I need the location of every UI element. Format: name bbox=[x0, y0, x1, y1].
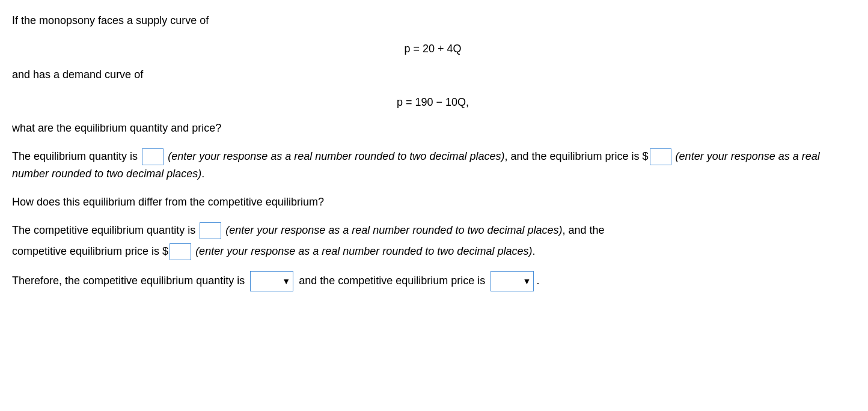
intro-line1: If the monopsony faces a supply curve of bbox=[12, 14, 209, 26]
therefore-prefix: Therefore, the competitive equilibrium q… bbox=[12, 275, 245, 287]
competitive-q-line: The competitive equilibrium quantity is … bbox=[12, 222, 854, 239]
monopsony-q-line: The equilibrium quantity is (enter your … bbox=[12, 148, 854, 183]
comp-q-suffix: , and the bbox=[562, 224, 604, 236]
comp-q-italic: (enter your response as a real number ro… bbox=[225, 224, 562, 236]
equation2-text: p = 190 − 10Q, bbox=[397, 96, 469, 108]
mono-p-prefix: price is $ bbox=[605, 150, 649, 162]
chevron-down-icon: ▼ bbox=[282, 275, 290, 288]
therefore-mid: and the competitive equilibrium price is bbox=[299, 275, 485, 287]
competitive-p-line: competitive equilibrium price is $ (ente… bbox=[12, 243, 854, 260]
competitive-question-section: How does this equilibrium differ from th… bbox=[12, 193, 854, 211]
mono-q-italic: (enter your response as a real number ro… bbox=[168, 150, 504, 162]
mono-p-input[interactable] bbox=[650, 148, 671, 165]
therefore-price-dropdown[interactable]: ▼ bbox=[491, 271, 534, 291]
intro-line3: what are the equilibrium quantity and pr… bbox=[12, 122, 221, 134]
main-content: If the monopsony faces a supply curve of… bbox=[12, 12, 854, 291]
equation2-block: p = 190 − 10Q, bbox=[12, 94, 854, 111]
comp-p-prefix: competitive equilibrium price is $ bbox=[12, 245, 168, 257]
intro-question-block: what are the equilibrium quantity and pr… bbox=[12, 120, 854, 137]
comp-q-prefix: The competitive equilibrium quantity is bbox=[12, 224, 195, 236]
comp-p-suffix: . bbox=[532, 245, 535, 257]
equation1-text: p = 20 + 4Q bbox=[404, 43, 461, 55]
intro-line2-block: and has a demand curve of bbox=[12, 66, 854, 84]
chevron-down-icon-2: ▼ bbox=[523, 275, 531, 288]
intro-line2: and has a demand curve of bbox=[12, 68, 143, 81]
therefore-suffix: . bbox=[536, 275, 539, 287]
comp-p-italic: (enter your response as a real number ro… bbox=[195, 245, 532, 257]
equation1-block: p = 20 + 4Q bbox=[12, 40, 854, 58]
mono-q-input[interactable] bbox=[142, 148, 164, 165]
intro-section: If the monopsony faces a supply curve of bbox=[12, 12, 854, 29]
comp-p-input[interactable] bbox=[170, 243, 191, 260]
comp-q-input[interactable] bbox=[200, 222, 221, 239]
mono-q-suffix: , and the equilibrium bbox=[504, 150, 602, 162]
monopsony-answer-section: The equilibrium quantity is (enter your … bbox=[12, 148, 854, 183]
mono-q-prefix: The equilibrium quantity is bbox=[12, 150, 138, 162]
competitive-question-text: How does this equilibrium differ from th… bbox=[12, 196, 324, 208]
therefore-section: Therefore, the competitive equilibrium q… bbox=[12, 271, 854, 291]
competitive-answer-section: The competitive equilibrium quantity is … bbox=[12, 222, 854, 261]
mono-p-suffix: . bbox=[201, 168, 204, 180]
therefore-qty-dropdown[interactable]: ▼ bbox=[250, 271, 293, 291]
